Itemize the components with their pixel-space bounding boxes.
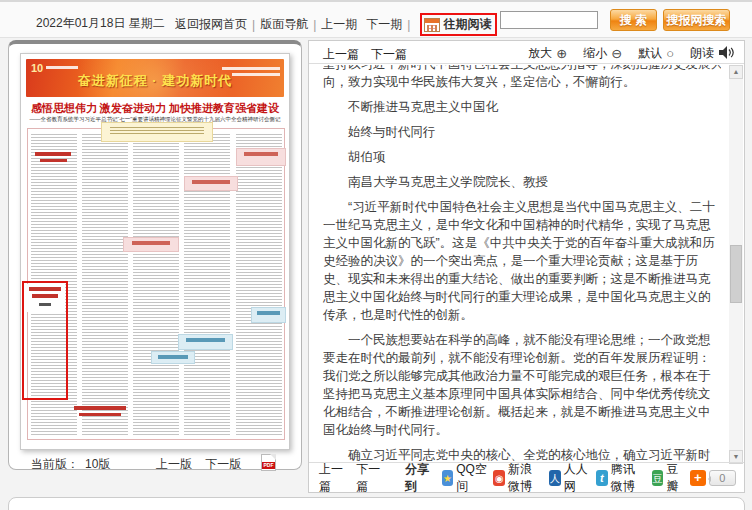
- nav-separator: |: [313, 18, 316, 32]
- share-more-icon: [690, 470, 706, 486]
- share-renren-link[interactable]: 人人网: [549, 461, 590, 495]
- scrollbar-thumb[interactable]: [730, 245, 742, 303]
- thumbnail-article-heading: [236, 148, 286, 166]
- nav-archive-link[interactable]: 往期阅读: [443, 16, 491, 33]
- thumbnail-article-heading: [184, 176, 238, 191]
- clipped-text-line: 坚持以习近平新时代中国特色社会主义思想为指导，深刻把握历史发展大势和前进方: [323, 65, 721, 73]
- zoom-out-icon[interactable]: [611, 47, 622, 60]
- read-aloud-label[interactable]: 朗读: [690, 45, 714, 62]
- thumbnail-editor-note-box: [101, 122, 213, 142]
- article-panel: 上一篇 下一篇 放大 缩小 默认 朗读: [308, 40, 745, 493]
- selected-article-highlight[interactable]: [22, 281, 68, 400]
- current-page-value: 10版: [85, 457, 110, 471]
- masthead-tiny-text: [222, 67, 280, 70]
- article-text: 坚持以习近平新时代中国特色社会主义思想为指导，深刻把握历史发展大势和前进方 向，…: [323, 65, 721, 464]
- article-footer: 上一篇 下一篇 分享到 QQ空间 新浪微博 人人网 腾讯微博 豆瓣: [309, 462, 744, 492]
- tencent-weibo-icon: [596, 470, 608, 486]
- article-author: 胡伯项: [323, 148, 721, 166]
- article-scroll-area: 坚持以习近平新时代中国特色社会主义思想为指导，深刻把握历史发展大势和前进方 向，…: [309, 65, 730, 464]
- share-qzone-label: QQ空间: [456, 461, 487, 495]
- default-size-label[interactable]: 默认: [638, 45, 662, 62]
- footer-prev-article-link[interactable]: 上一篇: [319, 461, 346, 495]
- scrollbar[interactable]: ▲ ▼: [729, 65, 743, 464]
- annotation-highlight-box: 往期阅读: [420, 13, 497, 36]
- pdf-download-icon[interactable]: [261, 454, 276, 471]
- site-search-button[interactable]: 搜报网搜索: [663, 9, 730, 31]
- prev-article-link[interactable]: 上一篇: [323, 46, 359, 63]
- sina-weibo-icon: [493, 470, 505, 486]
- current-page-label: 当前版：: [31, 457, 79, 471]
- share-qzone-link[interactable]: QQ空间: [442, 461, 488, 495]
- share-douban-link[interactable]: 豆瓣: [652, 461, 684, 495]
- article-lead-paragraph: 坚持以习近平新时代中国特色社会主义思想为指导，深刻把握历史发展大势和前进方 向，…: [323, 65, 721, 91]
- thumbnail-text-column: [82, 134, 128, 436]
- share-label: 分享到: [405, 461, 432, 495]
- share-tqq-label: 腾讯微博: [611, 461, 646, 495]
- share-sina-label: 新浪微博: [508, 461, 543, 495]
- zoom-in-icon[interactable]: [556, 47, 567, 60]
- prev-page-link[interactable]: 上一版: [156, 457, 192, 471]
- thumbnail-article-heading: [178, 334, 233, 350]
- renren-icon: [549, 470, 561, 486]
- qzone-icon: [442, 470, 454, 486]
- thumbnail-article-heading: [40, 159, 67, 162]
- thumbnail-article-heading: [251, 307, 286, 323]
- share-tencent-weibo-link[interactable]: 腾讯微博: [596, 461, 646, 495]
- thumbnail-footer: 当前版：10版 上一版 下一版: [9, 454, 301, 474]
- topbar: 2022年01月18日 星期二 返回报网首页| 版面导航| 上一期 下一期| 往…: [0, 0, 752, 38]
- article-paragraph: 一个民族想要站在科学的高峰，就不能没有理论思维；一个政党想要走在时代的最前列，就…: [323, 331, 721, 439]
- current-page-indicator: 当前版：10版: [31, 456, 110, 473]
- next-page-link[interactable]: 下一版: [205, 457, 241, 471]
- share-count-badge: 0: [709, 470, 736, 486]
- nav-prev-issue-link[interactable]: 上一期: [321, 16, 357, 33]
- share-douban-label: 豆瓣: [666, 461, 683, 495]
- bottom-section-stub: [8, 497, 745, 510]
- newspaper-page-thumbnail[interactable]: 10 奋进新征程 · 建功新时代 感悟思想伟力 激发奋进动力 加快推进教育强省建…: [20, 53, 290, 450]
- douban-icon: [652, 470, 664, 486]
- thumbnail-article-heading: [79, 413, 121, 416]
- selected-article-title-block: [25, 284, 65, 312]
- article-author-affiliation: 南昌大学马克思主义学院院长、教授: [323, 173, 721, 191]
- page-thumbnail-panel: 10 奋进新征程 · 建功新时代 感悟思想伟力 激发奋进动力 加快推进教育强省建…: [8, 40, 302, 470]
- default-size-icon[interactable]: [666, 47, 674, 60]
- nav-separator: |: [407, 18, 410, 32]
- nav-home-link[interactable]: 返回报网首页: [175, 16, 247, 33]
- top-navigation: 返回报网首页| 版面导航| 上一期 下一期| 往期阅读: [175, 13, 497, 36]
- article-title-line-2: 始终与时代同行: [323, 123, 721, 141]
- masthead-banner: 奋进新征程 · 建功新时代: [26, 72, 284, 90]
- article-title-line-1: 不断推进马克思主义中国化: [323, 98, 721, 116]
- search-input[interactable]: [500, 11, 598, 29]
- footer-next-article-link[interactable]: 下一篇: [356, 461, 383, 495]
- article-paragraph: “习近平新时代中国特色社会主义思想是当代中国马克思主义、二十一世纪马克思主义，是…: [323, 198, 721, 324]
- epaper-reader-page: 2022年01月18日 星期二 返回报网首页| 版面导航| 上一期 下一期| 往…: [0, 0, 752, 510]
- zoom-out-label[interactable]: 缩小: [583, 45, 607, 62]
- thumbnail-masthead: 10 奋进新征程 · 建功新时代: [26, 59, 284, 97]
- lead-tail-line: 向，致力实现中华民族伟大复兴，坚定信心，不懈前行。: [323, 73, 721, 91]
- thumbnail-article-heading: [35, 152, 71, 156]
- thumbnail-text-column: [236, 134, 282, 436]
- masthead-tiny-text: [46, 66, 78, 69]
- thumbnail-article-heading: [123, 237, 179, 252]
- issue-date: 2022年01月18日 星期二: [36, 15, 165, 32]
- nav-next-issue-link[interactable]: 下一期: [366, 16, 402, 33]
- thumbnail-headline: 感悟思想伟力 激发奋进动力 加快推进教育强省建设: [21, 101, 289, 116]
- next-article-link[interactable]: 下一篇: [371, 46, 407, 63]
- thumbnail-text-column: [133, 134, 179, 436]
- search-button[interactable]: 搜 索: [610, 9, 657, 31]
- share-sina-weibo-link[interactable]: 新浪微博: [493, 461, 543, 495]
- article-toolbar: 上一篇 下一篇 放大 缩小 默认 朗读: [309, 41, 744, 64]
- share-renren-label: 人人网: [564, 461, 590, 495]
- scrollbar-up-arrow[interactable]: ▲: [729, 65, 743, 79]
- nav-layout-link[interactable]: 版面导航: [260, 16, 308, 33]
- calendar-icon[interactable]: [424, 18, 440, 32]
- zoom-in-label[interactable]: 放大: [528, 45, 552, 62]
- thumbnail-article-heading: [74, 406, 126, 410]
- nav-separator: |: [252, 18, 255, 32]
- thumbnail-article-heading: [151, 351, 195, 364]
- speaker-icon[interactable]: [719, 46, 734, 62]
